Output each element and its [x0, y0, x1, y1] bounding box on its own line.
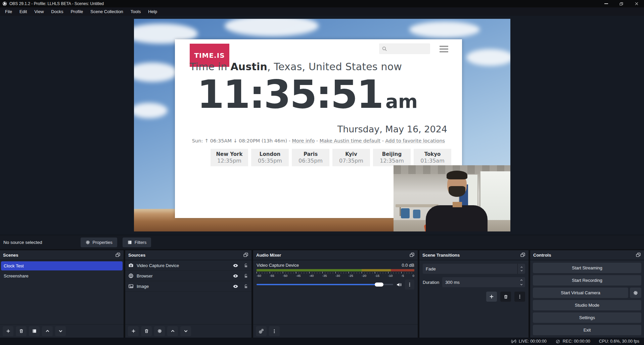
- webcam-person-hair: [447, 171, 467, 179]
- lock-icon[interactable]: [243, 263, 248, 268]
- popout-icon[interactable]: [243, 252, 248, 258]
- menu-help[interactable]: Help: [144, 7, 161, 16]
- menu-profile[interactable]: Profile: [67, 7, 87, 16]
- duration-spinbox[interactable]: 300 ms: [442, 277, 525, 287]
- plus-icon: [489, 294, 494, 299]
- add-transition-button[interactable]: [486, 292, 497, 302]
- hamburger-menu-icon[interactable]: [440, 46, 448, 52]
- studio-mode-button[interactable]: Studio Mode: [533, 300, 641, 310]
- remove-scene-button[interactable]: [16, 326, 27, 336]
- start-virtual-camera-button[interactable]: Start Virtual Camera: [533, 288, 628, 298]
- world-clock-beijing[interactable]: Beijing12:35am: [373, 149, 411, 166]
- meter-tick-marks: [257, 272, 414, 273]
- sources-list: Video Capture Device Browser Image: [125, 260, 251, 324]
- mixer-level-db: 0.0 dB: [402, 263, 414, 268]
- popout-icon[interactable]: [115, 252, 121, 258]
- transition-properties-button[interactable]: [514, 292, 525, 302]
- source-properties-button[interactable]: [154, 326, 165, 336]
- settings-button[interactable]: Settings: [533, 312, 641, 323]
- sources-title: Sources: [128, 253, 145, 258]
- mixer-menu-button[interactable]: [269, 326, 280, 336]
- timeis-city: Austin: [230, 61, 267, 73]
- preview-area: TIME.IS Time in Austin, Texas, United St…: [0, 16, 644, 235]
- remove-source-button[interactable]: [141, 326, 152, 336]
- move-scene-up-button[interactable]: [42, 326, 53, 336]
- record-inactive-icon: [555, 339, 560, 344]
- speaker-icon[interactable]: [396, 282, 402, 288]
- make-default-link[interactable]: Make Austin time default: [320, 138, 380, 143]
- dots-vertical-icon: [407, 282, 412, 287]
- gear-icon: [157, 329, 162, 334]
- more-info-link[interactable]: More info: [292, 138, 315, 143]
- world-clock-tokyo[interactable]: Tokyo01:35am: [414, 149, 451, 166]
- chevron-up-icon: [520, 266, 523, 269]
- cloud: [225, 19, 319, 36]
- popout-icon[interactable]: [636, 252, 641, 258]
- lock-icon[interactable]: [243, 284, 248, 289]
- visibility-eye-icon[interactable]: [233, 263, 238, 268]
- source-row-image[interactable]: Image: [125, 281, 251, 292]
- add-scene-button[interactable]: [3, 326, 13, 336]
- menu-tools[interactable]: Tools: [127, 7, 144, 16]
- close-button[interactable]: [629, 0, 644, 7]
- volume-meter: [257, 269, 414, 271]
- world-clock-paris[interactable]: Paris06:35pm: [292, 149, 329, 166]
- duration-label: Duration: [423, 280, 439, 285]
- preview-canvas[interactable]: TIME.IS Time in Austin, Texas, United St…: [134, 19, 510, 231]
- stream-inactive-icon: [511, 339, 516, 344]
- search-icon: [382, 46, 387, 52]
- source-row-video-capture[interactable]: Video Capture Device: [125, 260, 251, 271]
- select-spinner-arrows[interactable]: [517, 264, 525, 274]
- move-scene-down-button[interactable]: [55, 326, 66, 336]
- menu-docks[interactable]: Docks: [47, 7, 67, 16]
- exit-button[interactable]: Exit: [533, 325, 641, 335]
- menu-scene-collection[interactable]: Scene Collection: [87, 7, 127, 16]
- spinbox-arrows[interactable]: [518, 278, 525, 286]
- visibility-eye-icon[interactable]: [233, 284, 238, 289]
- move-source-up-button[interactable]: [167, 326, 178, 336]
- start-recording-button[interactable]: Start Recording: [533, 275, 641, 286]
- popout-icon[interactable]: [520, 252, 525, 258]
- docks-row: Scenes Clock Test Screenshare Sources Vi…: [0, 249, 644, 338]
- audio-mixer-title: Audio Mixer: [256, 253, 281, 258]
- volume-slider-handle[interactable]: [375, 283, 383, 287]
- add-favorite-link[interactable]: Add to favorite locations: [385, 138, 445, 143]
- current-date: Thursday, May 16, 2024: [337, 124, 447, 134]
- minimize-button[interactable]: [599, 0, 614, 7]
- timeis-search-input[interactable]: [379, 43, 430, 54]
- mixer-options-button[interactable]: [405, 279, 414, 290]
- remove-transition-button[interactable]: [500, 292, 511, 302]
- scene-item-screenshare[interactable]: Screenshare: [1, 271, 123, 281]
- advanced-audio-button[interactable]: [256, 326, 267, 336]
- start-streaming-button[interactable]: Start Streaming: [533, 263, 641, 273]
- mixer-channel: Video Capture Device 0.0 dB -60-55-50-45…: [253, 260, 418, 290]
- lock-icon[interactable]: [243, 273, 248, 278]
- minimize-icon: [604, 3, 608, 4]
- webcam-overlay: [394, 165, 510, 231]
- virtual-camera-config-button[interactable]: [630, 288, 641, 298]
- menu-edit[interactable]: Edit: [16, 7, 31, 16]
- properties-button[interactable]: Properties: [81, 238, 117, 247]
- restore-button[interactable]: [614, 0, 629, 7]
- add-source-button[interactable]: [128, 326, 139, 336]
- close-icon: [634, 1, 639, 6]
- world-clock-london[interactable]: London05:35pm: [251, 149, 289, 166]
- visibility-eye-icon[interactable]: [233, 273, 238, 279]
- source-row-browser[interactable]: Browser: [125, 271, 251, 281]
- obs-logo-icon: [2, 1, 7, 6]
- menu-bar: File Edit View Docks Profile Scene Colle…: [0, 7, 644, 16]
- webcam-person-beard: [449, 186, 465, 197]
- popout-icon[interactable]: [409, 252, 415, 258]
- world-clocks: New York12:35pm London05:35pm Paris06:35…: [211, 149, 451, 166]
- scene-item-clock-test[interactable]: Clock Test: [1, 261, 123, 270]
- move-source-down-button[interactable]: [180, 326, 191, 336]
- menu-view[interactable]: View: [31, 7, 47, 16]
- filters-button[interactable]: Filters: [123, 238, 151, 247]
- transition-select[interactable]: Fade: [423, 264, 525, 274]
- scene-filters-button[interactable]: [29, 326, 40, 336]
- world-clock-kyiv[interactable]: Kyiv07:35pm: [332, 149, 370, 166]
- volume-slider[interactable]: [257, 281, 393, 288]
- cloud: [134, 103, 168, 118]
- world-clock-new-york[interactable]: New York12:35pm: [211, 149, 248, 166]
- menu-file[interactable]: File: [1, 7, 16, 16]
